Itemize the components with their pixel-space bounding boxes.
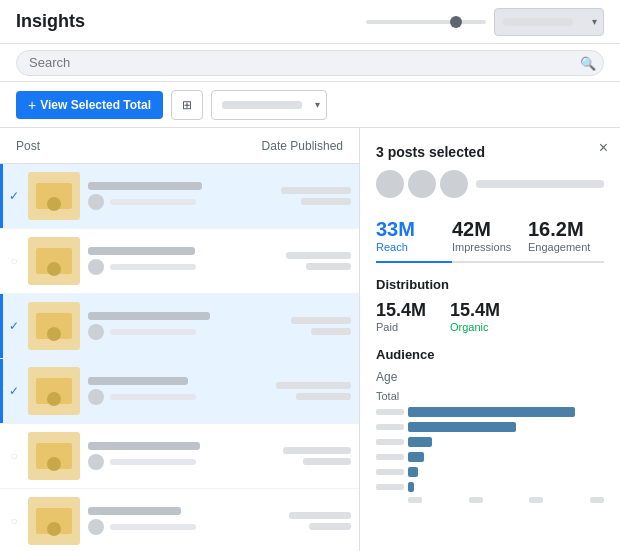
distribution-row: 15.4M Paid 15.4M Organic: [376, 300, 604, 333]
post-date-placeholder: [286, 252, 351, 259]
reach-value: 33M: [376, 218, 452, 241]
bar-fill: [408, 407, 575, 417]
panel-avatar-bar: [476, 180, 604, 188]
posts-list-header: Post Date Published: [0, 128, 359, 164]
avatar: [88, 519, 104, 535]
close-icon[interactable]: ×: [599, 140, 608, 156]
checkbox-icon[interactable]: ○: [4, 514, 24, 528]
x-label: [408, 497, 422, 503]
age-label: [376, 484, 404, 490]
post-date-placeholder2: [306, 263, 351, 270]
table-row[interactable]: ○: [0, 229, 359, 294]
dropdown-arrow-icon: ▾: [315, 99, 320, 110]
table-row[interactable]: ✓: [0, 294, 359, 359]
header-dropdown[interactable]: ▾: [494, 8, 604, 36]
thumb-image: [36, 248, 72, 274]
post-title-placeholder: [88, 247, 195, 255]
post-title-placeholder: [88, 442, 200, 450]
total-label: Total: [376, 390, 604, 402]
post-meta-placeholder: [110, 264, 196, 270]
metric-reach[interactable]: 33M Reach: [376, 210, 452, 263]
view-selected-total-button[interactable]: + View Selected Total: [16, 91, 163, 119]
bar-row: [376, 466, 604, 478]
post-info: [88, 377, 231, 405]
age-label: [376, 409, 404, 415]
thumb-image: [36, 313, 72, 339]
post-meta: [88, 194, 231, 210]
post-info: [88, 507, 231, 535]
bar-row: [376, 481, 604, 493]
checkbox-icon[interactable]: ○: [4, 449, 24, 463]
date-range-slider[interactable]: [366, 20, 486, 24]
audience-section: Audience Age Total: [376, 347, 604, 503]
post-date-col: [231, 187, 351, 205]
post-title-placeholder: [88, 182, 202, 190]
bar-track: [408, 422, 604, 432]
bar-fill: [408, 422, 516, 432]
bar-row: [376, 406, 604, 418]
avatar: [376, 170, 404, 198]
avatar: [88, 454, 104, 470]
post-info: [88, 182, 231, 210]
header-controls: ▾: [366, 8, 604, 36]
thumb-person: [47, 522, 61, 536]
metric-engagement[interactable]: 16.2M Engagement: [528, 210, 604, 261]
search-input[interactable]: [16, 50, 604, 76]
metrics-row: 33M Reach 42M Impressions 16.2M Engageme…: [376, 210, 604, 263]
thumb-image: [36, 508, 72, 534]
col-post-label: Post: [16, 139, 223, 153]
chart-x-axis: [376, 497, 604, 503]
posts-list: Post Date Published ✓: [0, 128, 360, 551]
organic-label: Organic: [450, 321, 500, 333]
thumb-person: [47, 327, 61, 341]
bar-track: [408, 437, 604, 447]
post-meta: [88, 259, 231, 275]
app-container: Insights ▾ 🔍 + View Selected Total ⊞: [0, 0, 620, 551]
thumb-image: [36, 378, 72, 404]
organic-dist: 15.4M Organic: [450, 300, 500, 333]
bar-fill: [408, 452, 424, 462]
post-meta: [88, 389, 231, 405]
thumb-person: [47, 262, 61, 276]
bar-track: [408, 467, 604, 477]
checkbox-icon[interactable]: ✓: [4, 189, 24, 203]
avatar: [88, 259, 104, 275]
bar-row: [376, 451, 604, 463]
organic-value: 15.4M: [450, 300, 500, 321]
grid-view-button[interactable]: ⊞: [171, 90, 203, 120]
panel-title: 3 posts selected: [376, 144, 604, 160]
thumb-person: [47, 392, 61, 406]
table-row[interactable]: ○: [0, 489, 359, 551]
dropdown-text: [222, 101, 302, 109]
post-date-col: [231, 447, 351, 465]
age-subtitle: Age: [376, 370, 604, 384]
post-thumbnail: [28, 367, 80, 415]
post-meta-placeholder: [110, 329, 196, 335]
table-row[interactable]: ✓: [0, 164, 359, 229]
search-icon: 🔍: [580, 55, 596, 70]
checkbox-icon[interactable]: ✓: [4, 384, 24, 398]
checkbox-icon[interactable]: ○: [4, 254, 24, 268]
header: Insights ▾: [0, 0, 620, 44]
slider-thumb[interactable]: [450, 16, 462, 28]
post-meta-placeholder: [110, 524, 196, 530]
slider-track: [366, 20, 486, 24]
avatar: [88, 324, 104, 340]
table-row[interactable]: ○: [0, 424, 359, 489]
post-thumbnail: [28, 237, 80, 285]
table-row[interactable]: ✓: [0, 359, 359, 424]
thumb-image: [36, 183, 72, 209]
bar-track: [408, 482, 604, 492]
age-label: [376, 469, 404, 475]
post-meta-placeholder: [110, 394, 196, 400]
metric-impressions[interactable]: 42M Impressions: [452, 210, 528, 261]
post-meta: [88, 324, 231, 340]
post-thumbnail: [28, 432, 80, 480]
post-date-placeholder: [291, 317, 351, 324]
post-date-col: [231, 382, 351, 400]
age-bar-chart: [376, 406, 604, 493]
engagement-value: 16.2M: [528, 218, 604, 241]
checkbox-icon[interactable]: ✓: [4, 319, 24, 333]
toolbar-dropdown[interactable]: ▾: [211, 90, 327, 120]
post-meta-placeholder: [110, 459, 196, 465]
